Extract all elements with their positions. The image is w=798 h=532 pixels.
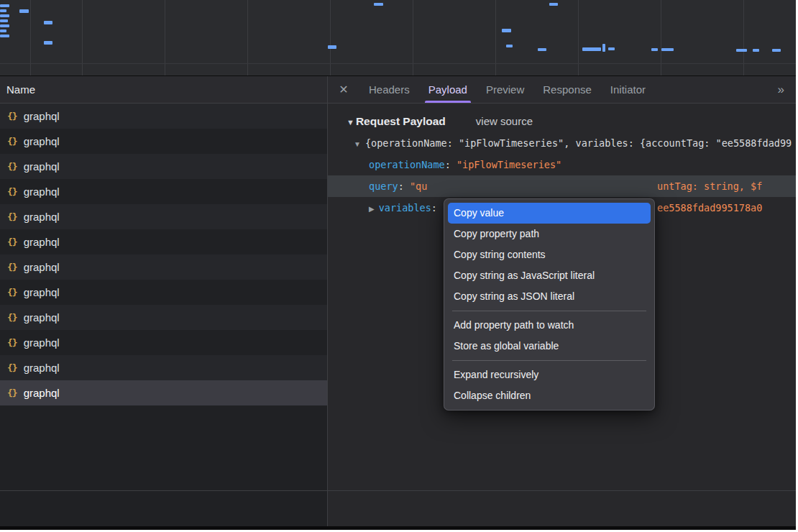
tab-payload[interactable]: Payload [419, 76, 477, 103]
menu-item-copy-property-path[interactable]: Copy property path [448, 224, 651, 244]
braces-icon: {} [7, 204, 17, 229]
network-request-row[interactable]: {}graphql [0, 355, 327, 380]
collapse-triangle-icon[interactable]: ▼ [347, 118, 354, 127]
timeline-bar [0, 19, 8, 22]
braces-icon: {} [7, 154, 17, 179]
network-request-row[interactable]: {}graphql [0, 154, 327, 179]
timeline-bar [549, 3, 558, 6]
timeline-bar [753, 49, 759, 52]
request-name: graphql [24, 179, 60, 204]
timeline-bar [602, 44, 605, 52]
menu-item-store-as-global-variable[interactable]: Store as global variable [448, 336, 651, 357]
menu-item-add-property-path-to-watch[interactable]: Add property path to watch [448, 315, 651, 336]
tab-preview[interactable]: Preview [477, 76, 533, 103]
request-name: graphql [24, 280, 60, 305]
request-name: graphql [24, 104, 60, 129]
timeline-bar [0, 14, 9, 17]
overview-subline [0, 63, 796, 64]
network-request-row[interactable]: {}graphql [0, 280, 327, 305]
request-name: graphql [24, 154, 60, 179]
request-payload-header: ▼Request Payloadview source [328, 104, 796, 132]
menu-item-expand-recursively[interactable]: Expand recursively [448, 364, 651, 385]
colon: : [431, 202, 437, 214]
object-preview: {operationName: "ipFlowTimeseries", vari… [365, 137, 792, 149]
colon: : [398, 180, 410, 192]
pane-divider[interactable] [327, 76, 328, 526]
braces-icon: {} [7, 229, 17, 254]
braces-icon: {} [7, 355, 17, 380]
tab-response[interactable]: Response [533, 76, 601, 103]
braces-icon: {} [7, 380, 17, 405]
request-name: graphql [24, 204, 60, 229]
timeline-bar [651, 48, 658, 51]
tab-initiator[interactable]: Initiator [601, 76, 655, 103]
network-request-row[interactable]: {}graphql [0, 179, 327, 204]
menu-item-collapse-children[interactable]: Collapse children [448, 385, 651, 406]
expanded-triangle-icon[interactable]: ▼ [354, 140, 361, 148]
details-tabs-bar: ✕ Headers Payload Preview Response Initi… [328, 76, 796, 104]
timeline-bar [19, 9, 29, 13]
braces-icon: {} [7, 179, 17, 204]
network-request-row[interactable]: {}graphql [0, 129, 327, 154]
more-tabs-icon[interactable]: » [766, 76, 796, 103]
timeline-bar [661, 48, 674, 51]
request-name: graphql [24, 305, 60, 330]
tree-row-query[interactable]: query: "quuntTag: string, $f [328, 175, 796, 197]
requests-list: {}graphql{}graphql{}graphql{}graphql{}gr… [0, 104, 327, 405]
tree-row-operation-name[interactable]: operationName: "ipFlowTimeseries" [328, 154, 796, 175]
network-request-row[interactable]: {}graphql [0, 380, 327, 405]
braces-icon: {} [7, 330, 17, 355]
network-request-row[interactable]: {}graphql [0, 305, 327, 330]
timeline-bar [736, 49, 747, 52]
timeline-bar [0, 24, 9, 27]
property-key: operationName [369, 159, 445, 170]
braces-icon: {} [7, 104, 17, 129]
close-icon[interactable]: ✕ [328, 76, 359, 103]
menu-item-copy-string-contents[interactable]: Copy string contents [448, 244, 651, 265]
name-column-header[interactable]: Name [0, 76, 327, 104]
property-value-tail: ee5588fdad995178a0 [657, 197, 762, 219]
timeline-bar [0, 4, 9, 7]
timeline-bar [538, 48, 546, 51]
request-name: graphql [24, 229, 60, 254]
braces-icon: {} [7, 254, 17, 280]
property-value: "ipFlowTimeseries" [457, 159, 561, 170]
tree-row-root[interactable]: ▼{operationName: "ipFlowTimeseries", var… [328, 132, 796, 154]
menu-item-copy-value[interactable]: Copy value [448, 203, 651, 224]
timeline-bar [0, 29, 6, 32]
timeline-bar [44, 41, 52, 45]
network-request-row[interactable]: {}graphql [0, 254, 327, 280]
property-value-prefix: "qu [410, 180, 427, 192]
network-request-row[interactable]: {}graphql [0, 229, 327, 254]
colon: : [445, 159, 457, 170]
timeline-bar [772, 49, 781, 52]
view-source-link[interactable]: view source [476, 115, 533, 127]
timeline-bar [0, 35, 9, 37]
section-title: Request Payload [356, 115, 446, 127]
tab-headers[interactable]: Headers [359, 76, 419, 103]
network-overview-strip[interactable] [0, 0, 796, 76]
timeline-bar [44, 21, 52, 24]
menu-item-copy-string-json-literal[interactable]: Copy string as JSON literal [448, 286, 651, 307]
timeline-bar [502, 29, 511, 32]
request-name: graphql [24, 330, 60, 355]
context-menu: Copy value Copy property path Copy strin… [444, 198, 655, 411]
request-name: graphql [24, 254, 60, 280]
braces-icon: {} [7, 305, 17, 330]
property-value-tail: untTag: string, $f [657, 175, 762, 197]
braces-icon: {} [7, 129, 17, 154]
network-request-row[interactable]: {}graphql [0, 104, 327, 129]
request-name: graphql [24, 355, 60, 380]
timeline-bar [582, 47, 601, 51]
timeline-bar [374, 3, 383, 6]
menu-item-copy-string-js-literal[interactable]: Copy string as JavaScript literal [448, 265, 651, 286]
requests-pane: Name {}graphql{}graphql{}graphql{}graphq… [0, 76, 327, 526]
collapsed-triangle-icon[interactable]: ▶ [369, 205, 375, 213]
timeline-bar [608, 47, 615, 50]
request-name: graphql [24, 129, 60, 154]
network-request-row[interactable]: {}graphql [0, 204, 327, 229]
property-key: variables [379, 202, 431, 214]
footer-divider [0, 490, 796, 491]
braces-icon: {} [7, 280, 17, 305]
network-request-row[interactable]: {}graphql [0, 330, 327, 355]
